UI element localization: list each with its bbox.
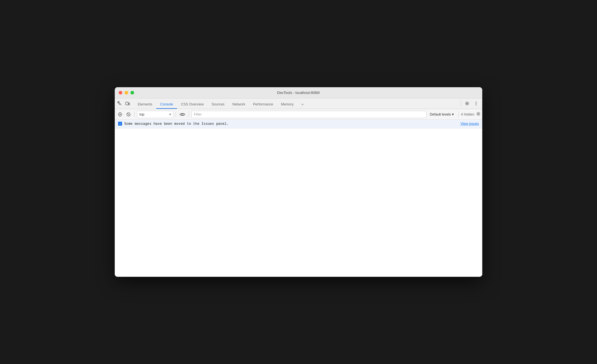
- tab-bar-right-icons: [460, 100, 480, 109]
- levels-label: Default levels: [430, 112, 451, 116]
- levels-arrow: ▾: [452, 112, 454, 116]
- traffic-lights: [119, 91, 134, 95]
- svg-point-13: [478, 113, 479, 115]
- tab-css-overview[interactable]: CSS Overview: [177, 100, 208, 109]
- view-issues-link[interactable]: View issues: [460, 122, 479, 126]
- toolbar-divider-2: [176, 112, 176, 117]
- context-selector[interactable]: top ▾: [137, 111, 173, 118]
- console-settings-button[interactable]: [476, 112, 481, 117]
- svg-point-6: [476, 105, 477, 105]
- svg-rect-1: [126, 102, 128, 105]
- levels-selector[interactable]: Default levels ▾: [428, 111, 456, 118]
- tab-console[interactable]: Console: [156, 100, 177, 109]
- console-empty-area: [115, 129, 482, 275]
- hidden-count: 4 hidden: [461, 112, 474, 116]
- tab-performance[interactable]: Performance: [249, 100, 277, 109]
- tabs-container: Elements Console CSS Overview Sources Ne…: [134, 100, 460, 109]
- window-title: DevTools - localhost:8080/: [277, 91, 320, 95]
- svg-point-12: [182, 114, 183, 115]
- hidden-badge: 4 hidden: [461, 112, 481, 117]
- toolbar-divider-4: [458, 112, 459, 117]
- tab-sources[interactable]: Sources: [208, 100, 228, 109]
- svg-rect-2: [128, 103, 130, 105]
- context-value: top: [139, 112, 144, 116]
- svg-point-4: [476, 102, 477, 103]
- block-icon[interactable]: [125, 111, 132, 118]
- console-content: i Some messages have been moved to the I…: [115, 120, 482, 277]
- clear-console-button[interactable]: [116, 111, 124, 118]
- info-icon: i: [118, 122, 122, 127]
- live-expressions-button[interactable]: [178, 111, 187, 118]
- inspect-element-button[interactable]: [116, 100, 124, 107]
- filter-input[interactable]: [191, 111, 426, 118]
- settings-button[interactable]: [463, 100, 471, 107]
- console-toolbar: top ▾ Default levels ▾ 4 hidden: [115, 109, 482, 120]
- tab-more[interactable]: »: [298, 100, 307, 109]
- tab-memory[interactable]: Memory: [277, 100, 298, 109]
- title-bar: DevTools - localhost:8080/: [115, 87, 482, 98]
- tab-network[interactable]: Network: [228, 100, 249, 109]
- svg-line-11: [127, 113, 130, 116]
- devtools-window: DevTools - localhost:8080/ Elements Cons…: [115, 87, 482, 277]
- tab-bar: Elements Console CSS Overview Sources Ne…: [115, 98, 482, 109]
- context-arrow: ▾: [169, 113, 171, 116]
- divider: [461, 101, 461, 106]
- tab-elements[interactable]: Elements: [134, 100, 156, 109]
- close-button[interactable]: [119, 91, 122, 95]
- device-toolbar-button[interactable]: [124, 100, 132, 107]
- svg-text:i: i: [120, 122, 121, 125]
- more-options-button[interactable]: [472, 100, 480, 107]
- console-message-row: i Some messages have been moved to the I…: [115, 120, 482, 129]
- toolbar-divider-3: [189, 112, 189, 117]
- svg-point-3: [467, 103, 468, 104]
- maximize-button[interactable]: [130, 91, 134, 95]
- toolbar-divider-1: [134, 112, 135, 117]
- svg-point-5: [476, 103, 477, 104]
- tab-bar-left-icons: [116, 100, 132, 109]
- minimize-button[interactable]: [125, 91, 128, 95]
- console-message-text: Some messages have been moved to the Iss…: [124, 121, 458, 126]
